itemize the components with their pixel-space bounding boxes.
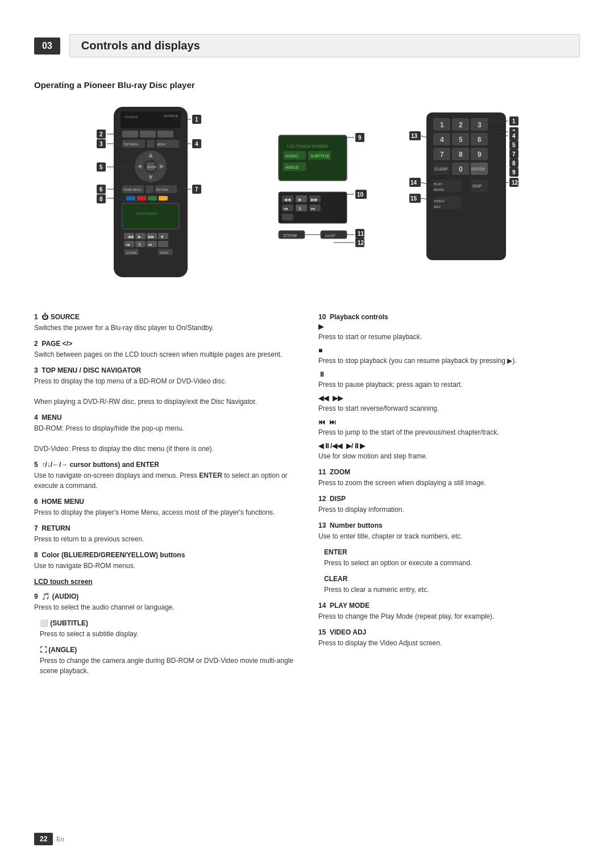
svg-rect-28: [159, 196, 168, 201]
item-10-slow-desc: Use for slow motion and step frame.: [318, 451, 580, 461]
item-12: 12 DISP Press to display information.: [318, 495, 580, 515]
item-10-skip-desc: Press to jump to the start of the previo…: [318, 427, 580, 437]
svg-text:ZOOM: ZOOM: [283, 233, 297, 238]
item-9-desc: Press to select the audio channel or lan…: [34, 602, 296, 612]
svg-text:◀◀: ◀◀: [127, 235, 134, 239]
svg-text:2: 2: [99, 131, 103, 137]
svg-text:13: 13: [411, 133, 418, 139]
svg-rect-5: [140, 131, 156, 137]
item-6-desc: Press to display the player's Home Menu,…: [34, 507, 296, 518]
item-15-title: 15 VIDEO ADJ: [318, 628, 580, 636]
svg-text:10: 10: [357, 191, 364, 198]
svg-text:1: 1: [195, 116, 198, 123]
item-13-title: 13 Number buttons: [318, 521, 580, 529]
svg-rect-22: [146, 185, 154, 193]
svg-text:1: 1: [440, 121, 444, 129]
chapter-title: Controls and displays: [69, 34, 580, 57]
chapter-header: 03 Controls and displays: [34, 34, 580, 57]
svg-rect-9: [147, 140, 155, 148]
svg-text:ZOOM: ZOOM: [126, 251, 136, 254]
item-9-angle-title: ⛶ (ANGLE): [40, 646, 296, 654]
item-7-desc: Press to return to a previous screen.: [34, 534, 296, 544]
lcd-label: LCD touch screen: [34, 578, 296, 586]
svg-text:▶: ▶: [298, 197, 302, 202]
item-clear-desc: Press to clear a numeric entry, etc.: [324, 585, 580, 595]
item-9-subtitle: ⬜ (SUBTITLE) Press to select a subtitle …: [40, 619, 296, 639]
svg-text:⏸: ⏸: [297, 206, 302, 211]
svg-text:4: 4: [512, 133, 516, 139]
svg-text:8: 8: [512, 160, 516, 166]
item-3: 3 TOP MENU / DISC NAVIGATOR Press to dis…: [34, 366, 296, 407]
svg-text:DISP: DISP: [472, 184, 482, 188]
item-enter-desc: Press to select an option or execute a c…: [324, 558, 580, 568]
item-10-play-desc: Press to start or resume playback.: [318, 332, 580, 342]
svg-text:7: 7: [195, 186, 198, 193]
svg-text:▶▶: ▶▶: [148, 235, 155, 239]
chapter-number: 03: [34, 37, 60, 55]
svg-rect-27: [148, 196, 157, 201]
svg-text:9: 9: [478, 151, 482, 158]
item-10-skip: ⏮ ⏭ Press to jump to the start of the pr…: [318, 418, 580, 437]
item-12-title: 12 DISP: [318, 495, 580, 503]
svg-text:3: 3: [478, 121, 482, 129]
item-4: 4 MENU BD-ROM: Press to display/hide the…: [34, 414, 296, 454]
svg-text:ADJ: ADJ: [434, 205, 440, 208]
item-10-pause-desc: Press to pause playback; press again to …: [318, 379, 580, 390]
item-12-desc: Press to display information.: [318, 504, 580, 515]
item-9-subtitle-desc: Press to select a subtitle display.: [40, 629, 296, 639]
svg-text:3: 3: [99, 141, 103, 147]
page-number: 22: [34, 833, 53, 845]
item-8: 8 Color (BLUE/RED/GREEN/YELLOW) buttons …: [34, 551, 296, 571]
item-14-desc: Press to change the Play Mode (repeat pl…: [318, 611, 580, 621]
svg-text:8: 8: [99, 196, 103, 202]
item-10-scan: ◀◀ ▶▶ Press to start reverse/forward sca…: [318, 394, 580, 414]
item-14-title: 14 PLAY MODE: [318, 602, 580, 610]
item-4-desc: BD-ROM: Press to display/hide the pop-up…: [34, 423, 296, 454]
keypad-diagram: 1 2 3 4 5 6 7 8 9 CLEAR: [409, 101, 534, 296]
lcd-diagram: LCD TOUCH SCREEN AUDIO SUBTITLE ANGLE ◀◀…: [267, 101, 392, 296]
section-title: Operating a Pioneer Blu-ray Disc player: [34, 80, 580, 90]
svg-rect-45: [158, 241, 168, 247]
svg-text:⏭: ⏭: [148, 243, 152, 247]
item-3-desc: Press to display the top menu of a BD-RO…: [34, 376, 296, 407]
svg-text:4: 4: [440, 136, 444, 144]
item-1-desc: Switches the power for a Blu-ray disc pl…: [34, 323, 296, 333]
item-9-title: 9 🎵 (AUDIO): [34, 592, 296, 600]
svg-text:VIDEO: VIDEO: [434, 199, 445, 203]
svg-rect-95: [282, 214, 293, 220]
item-enter-title: ENTER: [324, 548, 580, 556]
item-1-title: 1 ⏻ SOURCE: [34, 313, 296, 321]
item-10-slow: ◀⏸/◀◀ ▶/⏸▶ Use for slow motion and step …: [318, 442, 580, 461]
item-10-pause: ⏸ Press to pause playback; press again t…: [318, 370, 580, 390]
svg-text:7: 7: [512, 151, 516, 157]
item-10: 10 Playback controls ▶ Press to start or…: [318, 313, 580, 461]
item-15: 15 VIDEO ADJ Press to display the Video …: [318, 628, 580, 648]
lcd-label-block: LCD touch screen: [34, 578, 296, 586]
item-8-desc: Use to navigate BD-ROM menus.: [34, 561, 296, 571]
svg-text:7: 7: [440, 151, 444, 158]
svg-text:5: 5: [459, 136, 463, 144]
item-8-title: 8 Color (BLUE/RED/GREEN/YELLOW) buttons: [34, 551, 296, 559]
item-2: 2 PAGE </> Switch between pages on the L…: [34, 340, 296, 360]
svg-text:MENU: MENU: [157, 143, 166, 146]
svg-text:ENTER: ENTER: [471, 167, 485, 171]
item-clear-title: CLEAR: [324, 575, 580, 583]
svg-text:AUDIO: AUDIO: [285, 154, 298, 158]
svg-text:ANGLE: ANGLE: [285, 165, 299, 169]
item-10-stop-sym: ■: [318, 347, 580, 354]
item-10-scan-sym: ◀◀ ▶▶: [318, 394, 580, 402]
svg-text:SUBTITLE: SUBTITLE: [310, 154, 330, 158]
svg-rect-29: [122, 203, 179, 229]
page-lang: En: [56, 836, 64, 842]
item-9-angle: ⛶ (ANGLE) Press to change the camera ang…: [40, 646, 296, 676]
svg-text:▶▶: ▶▶: [311, 197, 318, 202]
item-11-desc: Press to zoom the screen when displaying…: [318, 478, 580, 488]
item-1: 1 ⏻ SOURCE Switches the power for a Blu-…: [34, 313, 296, 333]
item-10-pause-sym: ⏸: [318, 370, 580, 378]
svg-text:9: 9: [512, 169, 516, 176]
item-2-title: 2 PAGE </>: [34, 340, 296, 348]
item-10-play: ▶ Press to start or resume playback.: [318, 323, 580, 342]
svg-text:5: 5: [512, 142, 516, 148]
item-10-scan-desc: Press to start reverse/forward scanning.: [318, 403, 580, 414]
page-footer: 22 En: [34, 833, 64, 845]
